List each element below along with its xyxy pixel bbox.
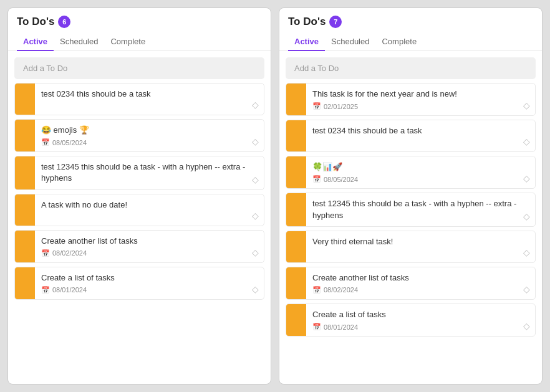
task-color-bar [15,84,35,115]
task-content: test 0234 this should be a task [35,84,264,115]
tab-right-scheduled[interactable]: Scheduled [325,33,375,51]
task-item[interactable]: test 0234 this should be a task◇ [14,83,264,115]
panel-right-badge: 7 [329,16,342,28]
task-date: 📅08/02/2024 [41,249,246,257]
task-item[interactable]: test 0234 this should be a task◇ [286,120,536,152]
panel-left-title-row: To Do's 6 [17,16,262,28]
task-content: Create a list of tasks📅08/01/2024 [306,304,535,336]
task-title: test 0234 this should be a task [312,125,518,136]
panel-left-tabs: Active Scheduled Complete [17,33,262,50]
task-color-bar [286,120,306,151]
task-title: 🍀📊🚀 [312,161,518,173]
panel-left: To Do's 6 Active Scheduled Complete Add … [7,7,271,385]
task-content: test 12345 this should be a task - with … [306,193,535,226]
task-date-text: 08/01/2024 [52,286,87,294]
calendar-icon: 📅 [41,249,50,257]
task-pin-icon[interactable]: ◇ [523,321,530,331]
task-item[interactable]: test 12345 this should be a task - with … [286,193,536,226]
panel-right-tabs: Active Scheduled Complete [288,33,533,50]
task-date: 📅08/05/2024 [41,138,246,146]
calendar-icon: 📅 [41,286,50,294]
task-content: This task is for the next year and is ne… [306,84,535,115]
task-pin-icon[interactable]: ◇ [252,211,259,221]
task-date: 📅08/01/2024 [312,323,518,331]
task-date: 📅08/01/2024 [41,286,246,294]
task-color-bar [286,304,306,336]
add-todo-right[interactable]: Add a To Do [286,57,536,79]
tab-right-complete[interactable]: Complete [375,33,423,51]
task-color-bar [286,231,306,262]
task-date: 📅02/01/2025 [312,102,518,110]
task-date: 📅08/02/2024 [312,286,518,294]
task-pin-icon[interactable]: ◇ [523,284,530,294]
task-pin-icon[interactable]: ◇ [523,211,530,221]
calendar-icon: 📅 [312,175,321,183]
task-color-bar [15,267,35,299]
task-item[interactable]: Very third eternal task!◇ [286,231,536,263]
tab-left-active[interactable]: Active [17,33,54,51]
task-color-bar [15,120,35,151]
task-date-text: 08/05/2024 [52,139,87,146]
add-todo-left[interactable]: Add a To Do [14,57,264,79]
task-item[interactable]: Create another list of tasks📅08/02/2024◇ [286,267,536,300]
tab-right-active[interactable]: Active [288,33,325,51]
panel-left-badge: 6 [58,16,70,28]
task-title: A task with no due date! [41,199,246,211]
task-color-bar [286,193,306,226]
panel-left-title: To Do's [17,16,54,28]
task-item[interactable]: test 12345 this should be a task - with … [14,156,264,189]
task-pin-icon[interactable]: ◇ [523,173,530,183]
task-content: Create another list of tasks📅08/02/2024 [306,267,535,299]
panel-left-header: To Do's 6 Active Scheduled Complete [8,8,271,51]
task-item[interactable]: 🍀📊🚀📅08/05/2024◇ [286,156,536,189]
task-title: Very third eternal task! [312,236,518,247]
task-content: test 12345 this should be a task - with … [35,156,264,189]
panel-right-title-row: To Do's 7 [288,16,533,28]
task-color-bar [15,194,35,226]
panel-right-header: To Do's 7 Active Scheduled Complete [279,8,542,51]
task-item[interactable]: Create a list of tasks📅08/01/2024◇ [14,267,264,300]
task-pin-icon[interactable]: ◇ [252,100,259,110]
calendar-icon: 📅 [41,138,50,146]
task-content: Create another list of tasks📅08/02/2024 [35,231,264,262]
task-title: test 12345 this should be a task - with … [312,198,518,221]
task-content: Create a list of tasks📅08/01/2024 [35,267,264,299]
panel-right: To Do's 7 Active Scheduled Complete Add … [279,7,543,385]
task-pin-icon[interactable]: ◇ [252,136,259,146]
task-item[interactable]: Create another list of tasks📅08/02/2024◇ [14,230,264,263]
task-item[interactable]: A task with no due date!◇ [14,194,264,226]
task-pin-icon[interactable]: ◇ [523,136,530,146]
task-pin-icon[interactable]: ◇ [523,100,530,110]
task-date-text: 08/05/2024 [324,176,358,183]
task-title: test 0234 this should be a task [41,88,246,100]
tab-left-complete[interactable]: Complete [104,33,152,51]
task-pin-icon[interactable]: ◇ [523,247,530,257]
task-color-bar [15,231,35,262]
calendar-icon: 📅 [312,286,321,294]
calendar-icon: 📅 [312,323,321,331]
task-pin-icon[interactable]: ◇ [252,174,259,184]
task-date-text: 08/02/2024 [52,249,87,257]
task-title: 😂 emojis 🏆 [41,125,246,136]
tab-left-scheduled[interactable]: Scheduled [54,33,104,51]
task-pin-icon[interactable]: ◇ [252,247,259,257]
task-title: Create another list of tasks [312,272,518,284]
panel-right-title: To Do's [288,16,326,28]
tasks-list-left: test 0234 this should be a task◇😂 emojis… [8,83,271,384]
panels-container: To Do's 6 Active Scheduled Complete Add … [0,0,550,392]
task-item[interactable]: This task is for the next year and is ne… [286,83,536,116]
task-item[interactable]: Create a list of tasks📅08/01/2024◇ [286,304,536,337]
task-item[interactable]: 😂 emojis 🏆📅08/05/2024◇ [14,119,264,152]
task-pin-icon[interactable]: ◇ [252,284,259,294]
task-content: 😂 emojis 🏆📅08/05/2024 [35,120,264,151]
task-title: Create another list of tasks [41,236,246,247]
task-content: Very third eternal task! [306,231,535,262]
task-date-text: 08/02/2024 [324,286,358,294]
task-content: test 0234 this should be a task [306,120,535,151]
task-date-text: 08/01/2024 [324,323,358,331]
task-content: A task with no due date! [35,194,264,226]
task-title: test 12345 this should be a task - with … [41,161,246,184]
task-color-bar [286,156,306,188]
task-date: 📅08/05/2024 [312,175,518,183]
task-title: Create a list of tasks [312,309,518,320]
